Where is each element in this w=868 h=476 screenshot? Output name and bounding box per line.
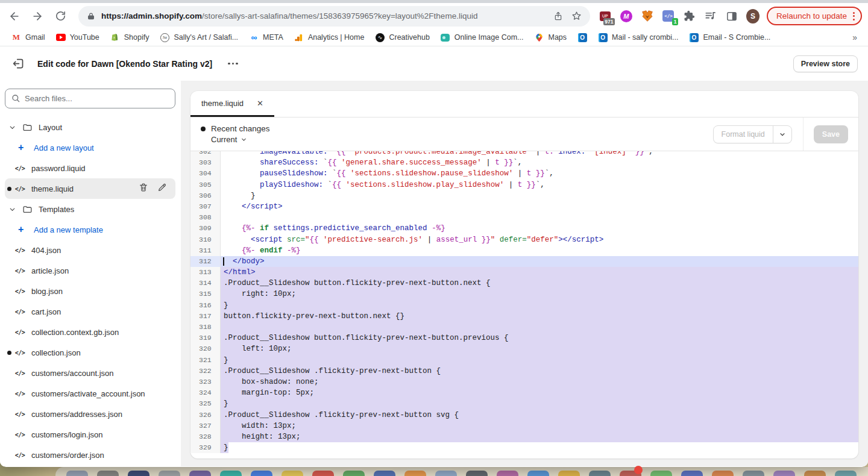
code-line-304: 304 pauseSlideshow: `{{ 'sections.slides… [190, 168, 858, 179]
chevron-down-icon[interactable] [8, 124, 17, 131]
bookmark-maps[interactable]: Maps [529, 31, 572, 44]
chevron-down-icon[interactable] [8, 205, 17, 213]
sidebar-folder-layout[interactable]: Layout [5, 117, 175, 137]
preview-store-button[interactable]: Preview store [793, 55, 858, 72]
line-number: 319 [190, 333, 221, 343]
sidebar-file-cart-json[interactable]: </> cart.json [5, 301, 175, 322]
bookmark-meta[interactable]: ∞META [244, 31, 289, 44]
chevron-down-icon [779, 131, 786, 138]
code-file-icon: </> [15, 349, 25, 356]
puzzle-extensions-menu[interactable] [683, 10, 696, 23]
bookmark-gmail[interactable]: MGmail [6, 31, 51, 44]
extension-badge: 971 [603, 18, 615, 25]
online-image-icon [441, 33, 450, 42]
profile-avatar[interactable]: S [746, 10, 760, 23]
line-number: 302 [190, 151, 221, 157]
sidebar-file-password-liquid[interactable]: </> password.liquid [5, 158, 175, 178]
folder-icon [22, 204, 33, 215]
bookmark-star-icon[interactable] [571, 11, 582, 21]
sidebar-file-customers-addresses-json[interactable]: </> customers/addresses.json [5, 404, 175, 424]
kebab-menu-icon[interactable] [853, 12, 855, 20]
sidebar-folder-templates[interactable]: Templates [5, 199, 175, 219]
sidebar-file-customers-activate-account-json[interactable]: </> customers/activate_account.json [5, 383, 175, 404]
browser-window: https://admin.shopify.com/store/sallys-a… [0, 0, 868, 467]
back-button[interactable] [7, 9, 22, 23]
save-button[interactable]: Save [814, 125, 848, 143]
code-line-317: 317button.flickity-prev-next-button.next… [190, 311, 858, 322]
tab-theme-liquid[interactable]: theme.liquid ✕ [190, 91, 274, 117]
search-files-input[interactable] [5, 89, 175, 108]
gmail-icon: M [11, 33, 21, 42]
code-line-313: 313</html> [190, 267, 858, 278]
reload-button[interactable] [53, 9, 68, 23]
sidebar-file-theme-liquid[interactable]: </> theme.liquid [5, 178, 175, 199]
line-number: 320 [190, 343, 221, 354]
rename-file-icon[interactable] [157, 183, 167, 195]
purple-m-extension[interactable]: M [620, 10, 633, 23]
delete-file-icon[interactable] [139, 183, 148, 195]
extension-badge: 1 [672, 18, 678, 25]
forward-button[interactable] [30, 9, 45, 23]
metamask-fox-extension[interactable] [641, 10, 654, 23]
code-file-icon: </> [15, 411, 25, 418]
bookmark-mail-sally-crombi[interactable]: OMail - sally crombi... [593, 31, 684, 44]
code-file-icon: </> [15, 390, 25, 397]
sidebar-file-collection-context-gb-json[interactable]: </> collection.context.gb.json [5, 322, 175, 342]
code-editor-area[interactable]: 302 imageAvailable: `{{ 'products.produc… [190, 151, 858, 459]
browser-toolbar: https://admin.shopify.com/store/sallys-a… [0, 3, 868, 29]
sidebar-action-add-a-new-template[interactable]: + Add a new template [5, 219, 175, 240]
reading-list[interactable] [704, 10, 717, 23]
editor-tab-bar: theme.liquid ✕ [190, 91, 858, 117]
format-options-dropdown[interactable] [773, 126, 791, 143]
code-extension[interactable]: </>1 [662, 10, 675, 23]
outlook-icon: O [690, 33, 699, 42]
relaunch-to-update-button[interactable]: Relaunch to update [767, 7, 862, 25]
more-actions-icon[interactable] [224, 59, 242, 69]
code-line-323: 323 box-shadow: none; [190, 377, 858, 387]
bookmark-online-image-com[interactable]: Online Image Com... [435, 31, 529, 44]
bookmark-sally-s-art-salafi[interactable]: SaSally's Art / Salafi... [154, 31, 244, 44]
bookmark-youtube[interactable]: YouTube [51, 31, 105, 44]
code-file-icon: </> [15, 452, 25, 459]
search-icon [11, 93, 20, 103]
bookmark-email-s-crombie[interactable]: OEmail - S Crombie... [684, 31, 776, 44]
meta-icon: ∞ [249, 33, 259, 42]
bookmark-shopify[interactable]: sShopify [105, 31, 155, 44]
line-number: 329 [190, 442, 221, 453]
lock-icon [87, 12, 95, 20]
code-file-icon: </> [15, 370, 25, 377]
sidebar-file-article-json[interactable]: </> article.json [5, 260, 175, 281]
version-selector[interactable]: Current [201, 135, 270, 144]
bookmark-analytics-home[interactable]: Analytics | Home [289, 31, 370, 44]
sidebar-file-404-json[interactable]: </> 404.json [5, 240, 175, 260]
line-number: 322 [190, 366, 221, 377]
sidebar-file-blog-json[interactable]: </> blog.json [5, 281, 175, 301]
format-liquid-button[interactable]: Format liquid [713, 125, 792, 143]
line-number: 315 [190, 289, 221, 299]
sidebar-file-customers-order-json[interactable]: </> customers/order.json [5, 445, 175, 465]
line-number: 314 [190, 278, 221, 289]
exit-code-editor-button[interactable] [10, 55, 27, 72]
line-number: 308 [190, 212, 221, 223]
code-file-icon: </> [15, 431, 25, 438]
address-bar[interactable]: https://admin.shopify.com/store/sallys-a… [78, 6, 590, 27]
line-number: 309 [190, 223, 221, 234]
file-tree: Layout+ Add a new layout </> password.li… [0, 117, 181, 465]
bookmark-creativehub[interactable]: ∿Creativehub [370, 31, 435, 44]
share-icon[interactable] [553, 11, 563, 21]
bookmarks-overflow-chevron[interactable]: » [850, 33, 860, 42]
code-line-303: 303 shareSuccess: `{{ 'general.share.suc… [190, 157, 858, 168]
bookmark-outlook-9[interactable]: O [572, 31, 593, 44]
tab-close-icon[interactable]: ✕ [257, 99, 263, 107]
shopping-bag-extension[interactable]: UP971 [599, 10, 612, 23]
code-line-314: 314.Product__Slideshow button.flickity-p… [190, 278, 858, 289]
macos-dock[interactable] [55, 467, 868, 476]
url-text: https://admin.shopify.com/store/sallys-a… [101, 11, 545, 20]
extensions-area: UP971M</>1S [599, 10, 760, 23]
sidebar-file-customers-login-json[interactable]: </> customers/login.json [5, 424, 175, 445]
sidebar-action-add-a-new-layout[interactable]: + Add a new layout [5, 137, 175, 158]
sidebar-file-customers-account-json[interactable]: </> customers/account.json [5, 363, 175, 383]
side-panel[interactable] [725, 10, 738, 23]
code-line-326: 326.Product__Slideshow .flickity-prev-ne… [190, 410, 858, 421]
sidebar-file-collection-json[interactable]: </> collection.json [5, 342, 175, 363]
